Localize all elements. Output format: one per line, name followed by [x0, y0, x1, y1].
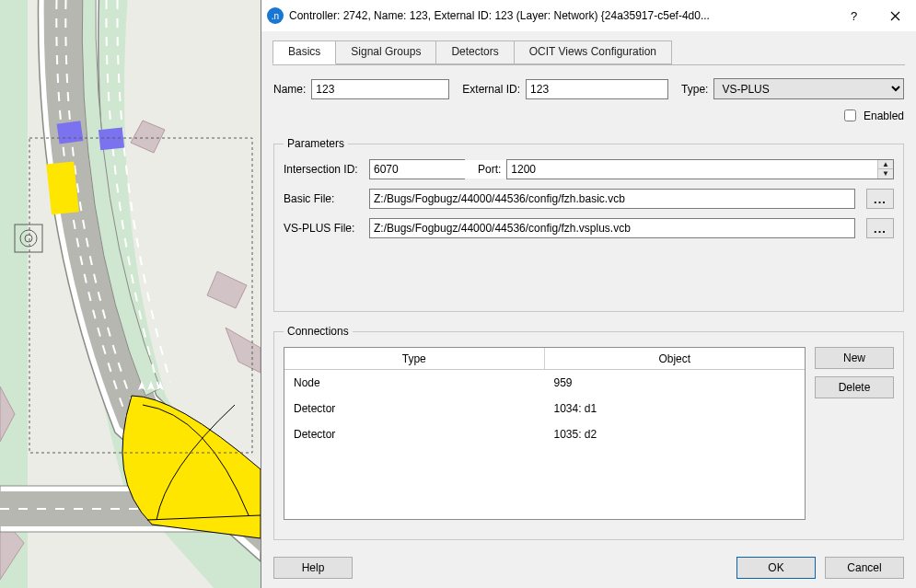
parameters-legend: Parameters — [284, 137, 348, 150]
name-input[interactable] — [311, 79, 449, 99]
extid-label: External ID: — [462, 83, 520, 96]
cell-object: 959 — [545, 370, 806, 396]
svg-rect-13 — [57, 121, 84, 144]
app-icon: .n — [267, 7, 284, 24]
help-icon[interactable]: ? — [833, 0, 875, 31]
col-object[interactable]: Object — [545, 348, 806, 369]
cell-type: Detector — [284, 421, 545, 447]
new-button[interactable]: New — [815, 347, 894, 369]
col-type[interactable]: Type — [284, 348, 545, 369]
tab-ocit[interactable]: OCIT Views Configuration — [514, 40, 672, 64]
connections-legend: Connections — [284, 325, 353, 338]
port-input[interactable] — [507, 160, 877, 179]
svg-rect-15 — [46, 161, 79, 214]
browse-basic-file-button[interactable]: ... — [866, 189, 894, 209]
controller-dialog: .n Controller: 2742, Name: 123, External… — [261, 0, 916, 588]
port-spinner[interactable]: ▲ ▼ — [506, 159, 894, 179]
ok-button[interactable]: OK — [736, 557, 816, 579]
cancel-button[interactable]: Cancel — [825, 557, 904, 579]
titlebar: .n Controller: 2742, Name: 123, External… — [261, 0, 916, 31]
enabled-checkbox-input[interactable] — [844, 110, 856, 121]
table-row[interactable]: Detector 1035: d2 — [284, 421, 805, 447]
port-step-up[interactable]: ▲ — [878, 160, 893, 169]
window-title: Controller: 2742, Name: 123, External ID… — [289, 9, 833, 22]
table-row[interactable]: Node 959 — [284, 370, 805, 396]
cell-type: Detector — [284, 396, 545, 421]
tab-detectors[interactable]: Detectors — [435, 40, 514, 64]
port-label: Port: — [478, 163, 501, 176]
enabled-checkbox[interactable]: Enabled — [841, 107, 904, 124]
tabbar: Basics Signal Groups Detectors OCIT View… — [272, 40, 905, 64]
tab-basics[interactable]: Basics — [272, 40, 336, 64]
basics-top-row: Name: External ID: Type: VS-PLUS — [273, 78, 904, 99]
intersection-id-spinner[interactable]: ▲ ▼ — [369, 159, 465, 179]
connections-group: Connections Type Object Node 959 Detecto… — [273, 325, 904, 540]
close-icon[interactable] — [875, 0, 916, 31]
intersection-id-label: Intersection ID: — [284, 163, 364, 176]
name-label: Name: — [273, 83, 306, 96]
tabpage-basics: Name: External ID: Type: VS-PLUS Enabled… — [261, 65, 916, 549]
vsplus-file-label: VS-PLUS File: — [284, 222, 364, 235]
delete-button[interactable]: Delete — [815, 376, 894, 398]
type-label: Type: — [681, 83, 708, 96]
cell-object: 1034: d1 — [545, 396, 806, 421]
tab-signal-groups[interactable]: Signal Groups — [335, 40, 436, 64]
port-step-down[interactable]: ▼ — [878, 169, 893, 179]
basic-file-label: Basic File: — [284, 192, 364, 205]
enabled-label: Enabled — [864, 110, 904, 122]
connections-table[interactable]: Type Object Node 959 Detector 1034: d1 — [284, 347, 806, 520]
help-button[interactable]: Help — [273, 557, 353, 579]
vsplus-file-input[interactable] — [369, 218, 855, 238]
table-row[interactable]: Detector 1034: d1 — [284, 396, 805, 421]
dialog-footer: Help OK Cancel — [261, 549, 916, 588]
extid-input[interactable] — [526, 79, 668, 99]
browse-vsplus-file-button[interactable]: ... — [866, 218, 894, 238]
cell-object: 1035: d2 — [545, 421, 806, 447]
svg-rect-14 — [99, 128, 124, 151]
type-select[interactable]: VS-PLUS — [713, 78, 904, 99]
basic-file-input[interactable] — [369, 189, 855, 209]
parameters-group: Parameters Intersection ID: ▲ ▼ Port: ▲ … — [273, 137, 904, 312]
cell-type: Node — [284, 370, 545, 396]
